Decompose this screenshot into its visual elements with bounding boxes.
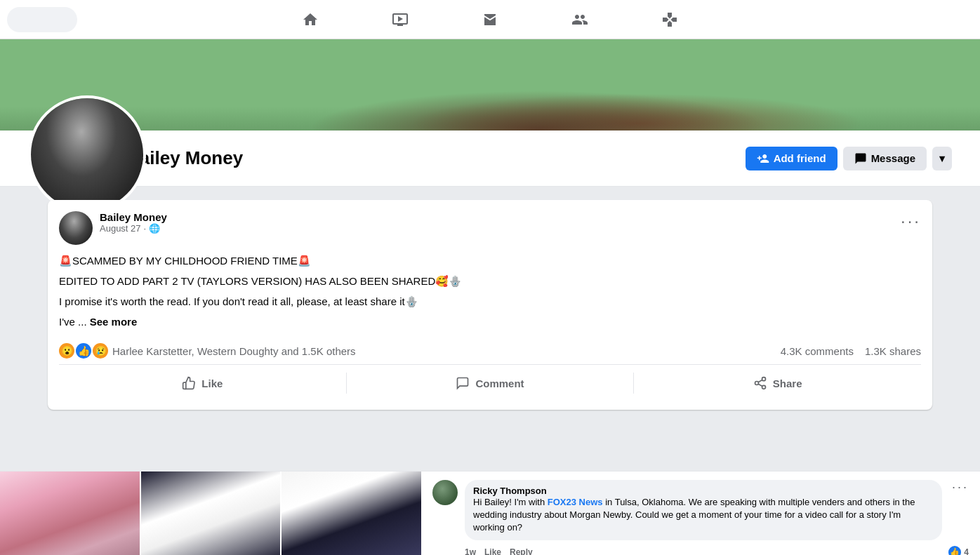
profile-avatar-large <box>28 95 146 213</box>
like-button[interactable]: Like <box>59 370 346 396</box>
add-friend-button[interactable]: Add friend <box>746 147 837 170</box>
post-content: 🚨SCAMMED BY MY CHILDHOOD FRIEND TIME🚨 ED… <box>59 253 921 329</box>
comment-bold: FOX23 News <box>548 497 603 507</box>
reactions-left: 😮 👍 😢 Harlee Karstetter, Western Doughty… <box>59 343 356 359</box>
wedding-photo-3[interactable] <box>282 472 421 555</box>
post-actions: Like Comment Share <box>59 368 921 399</box>
reactions-right: 4.3K comments 1.3K shares <box>781 345 921 357</box>
comment-text: Hi Bailey! I'm with FOX23 News in Tulsa,… <box>473 496 934 535</box>
like-thumb-icon: 👍 <box>948 546 961 555</box>
bottom-area: Ricky Thompson Hi Bailey! I'm with FOX23… <box>0 471 980 555</box>
svg-point-0 <box>762 377 765 381</box>
post-date: August 27 · 🌐 <box>100 223 901 234</box>
profile-info-bar: Bailey Money Add friend Message ▾ <box>0 131 980 187</box>
post-line-1: 🚨SCAMMED BY MY CHILDHOOD FRIEND TIME🚨 <box>59 253 921 268</box>
more-button[interactable]: ▾ <box>932 147 952 170</box>
post-author-avatar <box>59 211 93 245</box>
share-button[interactable]: Share <box>634 370 921 396</box>
comment-prefix: Hi Bailey! I'm with <box>473 497 548 507</box>
comment-area: Ricky Thompson Hi Bailey! I'm with FOX23… <box>421 472 980 555</box>
commenter-avatar <box>432 480 458 505</box>
comment-bubble: Ricky Thompson Hi Bailey! I'm with FOX23… <box>465 480 942 540</box>
post-line-3: I promise it's worth the read. If you do… <box>59 294 921 309</box>
shares-count[interactable]: 1.3K shares <box>865 345 921 357</box>
post-line-2: EDITED TO ADD PART 2 TV (TAYLORS VERSION… <box>59 274 921 288</box>
wow-reaction: 😮 <box>59 343 74 359</box>
search-pill[interactable] <box>7 7 77 32</box>
sad-reaction: 😢 <box>93 343 108 359</box>
svg-line-4 <box>758 380 762 382</box>
comment-options-button[interactable]: ··· <box>952 480 969 495</box>
like-reaction: 👍 <box>76 343 91 359</box>
comment-like-action[interactable]: Like <box>484 547 501 555</box>
video-nav-icon[interactable] <box>383 3 417 36</box>
svg-line-3 <box>758 384 762 386</box>
globe-privacy-icon: 🌐 <box>149 223 160 234</box>
reactions-text[interactable]: Harlee Karstetter, Western Doughty and 1… <box>112 345 356 357</box>
top-navigation <box>0 0 980 39</box>
post-meta: Bailey Money August 27 · 🌐 <box>100 211 901 234</box>
photos-strip <box>0 472 421 555</box>
post-line-4: I've ... See more <box>59 314 921 329</box>
post-card: Bailey Money August 27 · 🌐 ··· 🚨SCAMMED … <box>48 200 932 410</box>
friends-nav-icon[interactable] <box>563 3 597 36</box>
reaction-emojis: 😮 👍 😢 <box>59 343 108 359</box>
comment-reply-action[interactable]: Reply <box>510 547 533 555</box>
wedding-photo-2[interactable] <box>141 472 282 555</box>
post-options-button[interactable]: ··· <box>901 211 921 231</box>
post-author-name[interactable]: Bailey Money <box>100 211 901 223</box>
home-nav-icon[interactable] <box>293 3 327 36</box>
message-button[interactable]: Message <box>843 147 927 170</box>
comment-likes: 👍 4 <box>948 546 969 555</box>
comment-button[interactable]: Comment <box>347 370 634 396</box>
marketplace-nav-icon[interactable] <box>473 3 507 36</box>
reactions-bar: 😮 👍 😢 Harlee Karstetter, Western Doughty… <box>59 337 921 365</box>
comment-like-count: 4 <box>964 547 969 555</box>
profile-actions: Add friend Message ▾ <box>746 147 952 170</box>
gaming-nav-icon[interactable] <box>653 3 687 36</box>
comment-footer: 1w Like Reply 👍 4 <box>432 546 969 555</box>
wedding-photo-1[interactable] <box>0 472 141 555</box>
commenter-name[interactable]: Ricky Thompson <box>473 486 934 496</box>
post-header: Bailey Money August 27 · 🌐 ··· <box>59 211 921 245</box>
svg-point-2 <box>762 385 765 389</box>
comment-row: Ricky Thompson Hi Bailey! I'm with FOX23… <box>432 480 969 540</box>
comment-time: 1w <box>465 547 476 555</box>
comments-count[interactable]: 4.3K comments <box>781 345 854 357</box>
see-more-link[interactable]: See more <box>90 316 138 328</box>
svg-point-1 <box>755 382 758 385</box>
